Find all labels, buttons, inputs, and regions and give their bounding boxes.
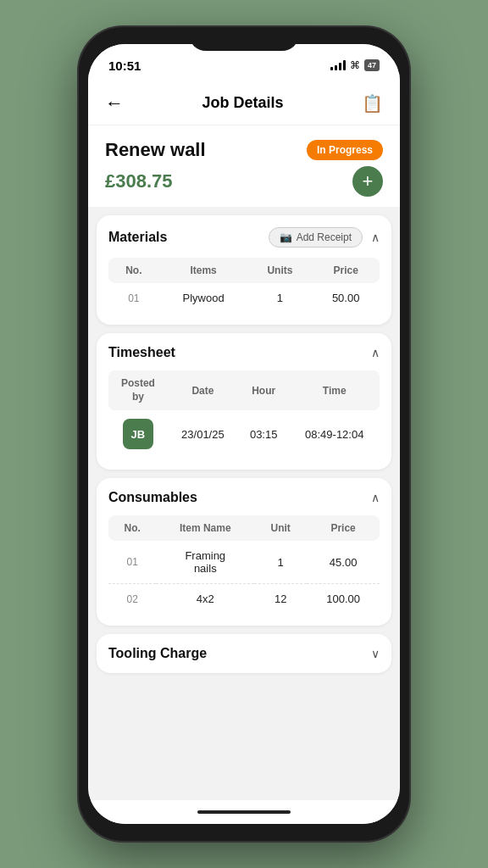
timesheet-title: Timesheet: [108, 345, 175, 360]
consumables-row2-no: 02: [108, 584, 156, 615]
signal-bars-icon: [330, 60, 346, 70]
page-title: Job Details: [202, 94, 283, 112]
timesheet-col-posted: Postedby: [108, 370, 168, 410]
timesheet-table-body: JB 23/01/25 03:15 08:49-12:04: [108, 410, 380, 458]
add-button[interactable]: +: [352, 166, 383, 197]
materials-table-body: 01 Plywood 1 50.00: [108, 283, 380, 313]
timesheet-card: Timesheet ∧ Postedby Date Hour Time: [97, 333, 391, 470]
consumables-title: Consumables: [108, 490, 197, 505]
materials-card: Materials 📷 Add Receipt ∧ No. Items: [97, 215, 391, 325]
tooling-charge-card: Tooling Charge ∨: [97, 634, 391, 673]
table-row: 01 Plywood 1 50.00: [108, 283, 380, 313]
consumables-table-head: No. Item Name Unit Price: [108, 515, 380, 541]
consumables-col-no: No.: [108, 515, 156, 541]
materials-header-right: 📷 Add Receipt ∧: [269, 227, 380, 248]
timesheet-row1-avatar: JB: [108, 410, 168, 458]
timesheet-col-date: Date: [168, 370, 238, 410]
job-amount: £308.75: [105, 170, 173, 192]
add-icon: +: [363, 170, 374, 192]
avatar: JB: [123, 419, 153, 449]
materials-header-row: No. Items Units Price: [108, 258, 380, 283]
timesheet-row1-date: 23/01/25: [168, 410, 238, 458]
consumables-col-item-name: Item Name: [156, 515, 254, 541]
timesheet-row1-hour: 03:15: [238, 410, 290, 458]
battery-indicator: 47: [364, 59, 380, 71]
table-row: 01 Framingnails 1 45.00: [108, 541, 380, 584]
materials-row1-units: 1: [247, 283, 312, 313]
consumables-card: Consumables ∧ No. Item Name Unit Price: [97, 478, 391, 626]
materials-col-no: No.: [108, 258, 159, 283]
menu-icon[interactable]: 📋: [362, 93, 383, 114]
phone-frame: 10:51 ⌘ 47 ← Job Details 📋 Renew wall: [79, 27, 409, 841]
home-bar: [197, 810, 291, 814]
add-receipt-label: Add Receipt: [297, 231, 352, 243]
table-row: 02 4x2 12 100.00: [108, 584, 380, 615]
timesheet-table-head: Postedby Date Hour Time: [108, 370, 380, 410]
materials-table-head: No. Items Units Price: [108, 258, 380, 283]
materials-col-units: Units: [247, 258, 312, 283]
materials-table: No. Items Units Price 01 Plywood 1 50.00: [108, 258, 380, 313]
consumables-row2-item: 4x2: [156, 584, 254, 615]
job-title: Renew wall: [105, 139, 206, 161]
materials-col-items: Items: [159, 258, 248, 283]
consumables-row1-no: 01: [108, 541, 156, 584]
consumables-row2-unit: 12: [254, 584, 307, 615]
consumables-row2-price: 100.00: [307, 584, 380, 615]
timesheet-header-row: Postedby Date Hour Time: [108, 370, 380, 410]
consumables-table: No. Item Name Unit Price 01 Framingnails…: [108, 515, 380, 614]
wifi-icon: ⌘: [350, 59, 360, 71]
add-receipt-button[interactable]: 📷 Add Receipt: [269, 227, 363, 248]
materials-collapse-icon[interactable]: ∧: [371, 231, 380, 244]
status-badge: In Progress: [307, 140, 383, 160]
materials-row1-no: 01: [108, 283, 159, 313]
consumables-header-row: No. Item Name Unit Price: [108, 515, 380, 541]
consumables-collapse-icon[interactable]: ∧: [371, 491, 380, 504]
materials-row1-price: 50.00: [312, 283, 380, 313]
back-button[interactable]: ←: [105, 92, 124, 114]
consumables-col-unit: Unit: [254, 515, 307, 541]
consumables-row1-unit: 1: [254, 541, 307, 584]
consumables-col-price: Price: [307, 515, 380, 541]
receipt-icon: 📷: [280, 231, 292, 243]
timesheet-row1-time: 08:49-12:04: [289, 410, 380, 458]
job-header: Renew wall In Progress £308.75 +: [88, 125, 400, 207]
job-amount-row: £308.75 +: [105, 166, 383, 197]
nav-bar: ← Job Details 📋: [88, 81, 400, 125]
timesheet-col-time: Time: [289, 370, 380, 410]
timesheet-collapse-icon[interactable]: ∧: [371, 346, 380, 359]
table-row: JB 23/01/25 03:15 08:49-12:04: [108, 410, 380, 458]
consumables-row1-item: Framingnails: [156, 541, 254, 584]
timesheet-table: Postedby Date Hour Time JB 23/01/25: [108, 370, 380, 458]
consumables-table-body: 01 Framingnails 1 45.00 02 4x2 12 100.00: [108, 541, 380, 614]
tooling-charge-expand-icon[interactable]: ∨: [371, 647, 380, 660]
consumables-row1-price: 45.00: [307, 541, 380, 584]
timesheet-col-hour: Hour: [238, 370, 290, 410]
tooling-charge-title: Tooling Charge: [108, 646, 207, 661]
consumables-section-header: Consumables ∧: [108, 490, 380, 505]
notch: [189, 27, 299, 51]
phone-screen: 10:51 ⌘ 47 ← Job Details 📋 Renew wall: [88, 44, 400, 824]
home-indicator: [88, 800, 400, 824]
job-title-row: Renew wall In Progress: [105, 139, 383, 161]
content-area[interactable]: Materials 📷 Add Receipt ∧ No. Items: [88, 207, 400, 800]
materials-section-header: Materials 📷 Add Receipt ∧: [108, 227, 380, 248]
materials-row1-item: Plywood: [159, 283, 248, 313]
materials-title: Materials: [108, 230, 167, 245]
status-icons: ⌘ 47: [330, 59, 380, 71]
status-time: 10:51: [108, 58, 141, 73]
tooling-charge-header: Tooling Charge ∨: [108, 646, 380, 661]
materials-col-price: Price: [312, 258, 380, 283]
timesheet-section-header: Timesheet ∧: [108, 345, 380, 360]
